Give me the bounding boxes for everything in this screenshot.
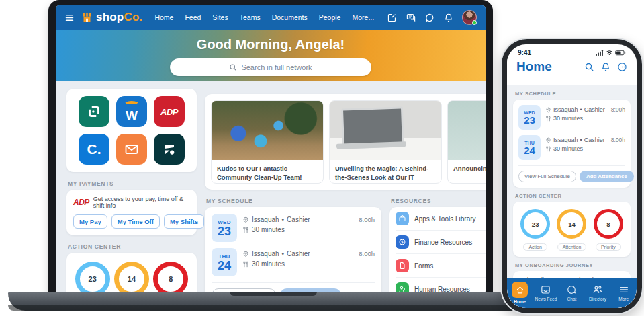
schedule-card: WED 23 Issaquah•Cashier 8:00h [205, 207, 381, 294]
schedule-section-title: MY SCHEDULE [206, 198, 380, 204]
location-pin-icon [545, 107, 551, 113]
schedule-entry-thu[interactable]: THU24 Issaquah•Cashier 8:00h 30 minutes [518, 135, 625, 160]
nav-item-more[interactable]: More... [352, 13, 374, 22]
laptop-base [8, 292, 537, 311]
phone-body: MY SCHEDULE WED23 Issaquah•Cashier 8:00h [507, 85, 637, 308]
nav-action-icons [387, 10, 477, 25]
tab-news-feed[interactable]: News Feed [533, 284, 559, 301]
meal-break-icon [242, 261, 249, 268]
news-feed-icon [540, 284, 551, 295]
app-tile-concur[interactable]: C. [79, 134, 109, 165]
shift-hours: 8:00h [359, 216, 375, 223]
schedule-column: MY SCHEDULE WED 23 [205, 190, 381, 294]
app-tile-workday[interactable]: W [116, 96, 147, 127]
chat-bubble-icon [566, 284, 577, 295]
priority-count-ring: 8 [594, 209, 623, 239]
laptop-frame: shopCo. Home Feed Sites Teams Documents … [48, 0, 493, 298]
tab-home[interactable]: Home [507, 282, 533, 304]
action-center-section-title: ACTION CENTER [507, 188, 637, 202]
search-icon[interactable] [584, 62, 594, 72]
adp-logo: ADP [73, 198, 89, 207]
tab-more[interactable]: More [610, 284, 637, 301]
resource-forms[interactable]: Forms› [396, 254, 486, 278]
nav-item-home[interactable]: Home [154, 13, 173, 22]
attention-ring-item[interactable]: 14 Attention [113, 262, 150, 294]
view-full-schedule-button[interactable]: View Full Schedule [518, 171, 576, 182]
payments-description: Get access to your pay, time off & shift… [93, 196, 190, 209]
shift-hours: 8:00h [359, 250, 375, 258]
nav-item-sites[interactable]: Sites [212, 13, 228, 22]
nav-item-feed[interactable]: Feed [185, 13, 201, 22]
user-avatar[interactable] [462, 10, 477, 25]
app-tile-zendesk[interactable] [154, 134, 185, 165]
meal-break-icon [545, 146, 551, 152]
tab-directory[interactable]: Directory [585, 284, 611, 301]
action-ring-item[interactable]: 23 Action [75, 262, 110, 294]
news-title: Unveiling the Magic: A Behind-the-Scenes… [330, 160, 441, 184]
news-image-announcing-updates [448, 101, 486, 160]
my-shifts-button[interactable]: My Shifts [164, 214, 204, 229]
nav-item-documents[interactable]: Documents [272, 13, 308, 22]
my-time-off-button[interactable]: My Time Off [111, 214, 160, 229]
chat-icon[interactable] [425, 13, 435, 23]
canvas: shopCo. Home Feed Sites Teams Documents … [0, 0, 644, 316]
bell-icon[interactable] [601, 62, 610, 72]
app-tile-beekeeper[interactable] [79, 96, 109, 127]
compose-icon[interactable] [387, 13, 397, 23]
nav-item-teams[interactable]: Teams [240, 13, 261, 22]
news-card-announcing-updates[interactable]: Announcing Updates! [447, 100, 486, 184]
bell-icon[interactable] [444, 13, 453, 23]
battery-icon [615, 50, 626, 56]
date-badge: THU 24 [212, 248, 237, 276]
date-badge: WED23 [518, 105, 541, 130]
priority-ring-item[interactable]: 8 Priority [153, 262, 188, 294]
hamburger-menu-icon[interactable] [64, 13, 75, 23]
more-options-icon[interactable] [617, 62, 627, 72]
more-lines-icon [618, 284, 629, 295]
shopco-logo[interactable]: shopCo. [81, 11, 142, 24]
divider [212, 282, 375, 283]
app-tile-mail[interactable] [116, 134, 147, 165]
add-attendance-button[interactable]: Add Attendance [580, 171, 634, 182]
zendesk-glyph [161, 141, 177, 157]
schedule-section-title: MY SCHEDULE [507, 85, 637, 100]
attention-ring-item[interactable]: 14 Attention [557, 209, 586, 251]
network-search-input[interactable]: Search in full network [170, 58, 371, 76]
resource-finance[interactable]: Finance Resources› [396, 231, 486, 254]
status-time: 9:41 [518, 49, 531, 56]
onboarding-section-title: MY ONBOARDING JOURNEY [507, 257, 637, 271]
greeting-title: Good Morning, Angela! [56, 30, 486, 52]
attention-label: Attention [557, 243, 587, 251]
dollar-coin-icon [396, 235, 409, 249]
meal-break-icon [545, 116, 551, 122]
action-count-ring: 23 [75, 262, 110, 294]
meal-break-icon [242, 227, 249, 233]
action-ring-item[interactable]: 23 Action [520, 209, 550, 251]
online-status-dot [472, 20, 477, 25]
location-pin-icon [242, 251, 249, 258]
adp-label: ADP [160, 107, 178, 117]
laptop-screen-content: shopCo. Home Feed Sites Teams Documents … [56, 5, 486, 294]
news-card-cleanup[interactable]: Kudos to Our Fantastic Community Clean-U… [211, 100, 324, 184]
news-image-community-cleanup [212, 101, 323, 160]
left-column: W ADP C. [66, 89, 197, 294]
priority-ring-item[interactable]: 8 Priority [594, 209, 623, 251]
right-region: Kudos to Our Fantastic Community Clean-U… [205, 89, 486, 294]
forum-icon[interactable] [406, 13, 416, 23]
my-pay-button[interactable]: My Pay [73, 214, 107, 229]
location-pin-icon [545, 137, 551, 143]
app-tile-adp[interactable]: ADP [154, 96, 185, 127]
people-icon [592, 284, 604, 295]
resource-apps-tools[interactable]: Apps & Tools Library› [396, 207, 486, 231]
schedule-entry-wed[interactable]: WED23 Issaquah•Cashier 8:00h 30 minutes [518, 105, 625, 130]
nav-item-people[interactable]: People [319, 13, 341, 22]
news-card-it-department[interactable]: Unveiling the Magic: A Behind-the-Scenes… [329, 100, 442, 184]
break-duration: 30 minutes [252, 226, 285, 233]
schedule-entry-wed[interactable]: WED 23 Issaquah•Cashier 8:00h [212, 214, 375, 242]
search-placeholder: Search in full network [241, 63, 312, 71]
date-badge: THU24 [518, 135, 541, 160]
tab-chat[interactable]: Chat [559, 284, 585, 301]
schedule-card: WED23 Issaquah•Cashier 8:00h 30 minutes [513, 100, 631, 188]
quick-apps-card: W ADP C. [66, 89, 197, 172]
schedule-entry-thu[interactable]: THU 24 Issaquah•Cashier 8:00h [212, 248, 375, 276]
